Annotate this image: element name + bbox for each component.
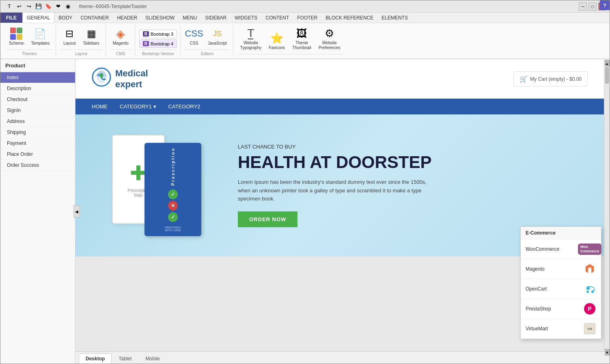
sidebar-item-shipping[interactable]: Shipping — [0, 127, 75, 138]
templates-label: Templates — [31, 41, 50, 46]
menu-slideshow[interactable]: SLIDESHOW — [141, 13, 179, 23]
ec-woocommerce-label: WooCommerce — [526, 246, 559, 252]
text-tool[interactable]: T — [5, 2, 13, 11]
tab-desktop[interactable]: Desktop — [79, 353, 112, 364]
hero-title: HEALTH AT DOORSTEP — [238, 153, 588, 172]
ec-header: E-Commerce — [521, 227, 601, 239]
sidebar-collapse-button[interactable]: ◀ — [73, 205, 80, 218]
bootstrap4-button[interactable]: B Bootstrap 4 — [139, 39, 177, 48]
cart-icon: 🛒 — [519, 75, 528, 83]
title-bar: T ↩ ↪ 💾 🔖 ❤ ◉ theme--60045-TemplateToast… — [0, 0, 610, 13]
magento-dropdown-icon — [583, 263, 596, 276]
bookmark-tool[interactable]: 🔖 — [44, 2, 52, 11]
scheme-button[interactable]: Scheme — [6, 25, 27, 48]
bootstrap3-button[interactable]: B Bootstrap 3 — [139, 30, 177, 38]
menu-header[interactable]: HEADER — [113, 13, 141, 23]
magento-button[interactable]: ◈ Magento — [110, 25, 131, 48]
magento-icon: ◈ — [114, 27, 127, 40]
menu-widgets[interactable]: WIDGETS — [231, 13, 261, 23]
menu-block-reference[interactable]: BLOCK REFERENCE — [321, 13, 377, 23]
heart-tool[interactable]: ❤ — [54, 2, 62, 11]
sidebars-button[interactable]: ▦ Sidebars — [80, 25, 102, 48]
ec-item-opencart[interactable]: OpenCart — [521, 279, 601, 299]
sidebar-item-checkout[interactable]: Checkout — [0, 94, 75, 105]
menu-container[interactable]: CONTAINER — [76, 13, 113, 23]
preview-scrollbar[interactable]: ▲ ▼ — [604, 59, 610, 351]
themes-items: Scheme 📄 Templates — [6, 25, 52, 50]
bootstrap-group-label: Bootstrap Version — [139, 50, 177, 57]
bootstrap-items: B Bootstrap 3 B Bootstrap 4 — [139, 25, 177, 50]
site-logo: Medicalexpert — [92, 67, 148, 90]
site-nav: HOME CATEGORY1 ▾ CATEGORY2 — [75, 99, 604, 114]
templates-button[interactable]: 📄 Templates — [28, 25, 53, 48]
minimize-button[interactable]: ─ — [579, 2, 587, 11]
typography-icon: T̲ — [244, 27, 257, 40]
nav-category1[interactable]: CATEGORY1 ▾ — [120, 103, 156, 110]
sidebars-label: Sidebars — [83, 41, 99, 46]
sidebar-item-place-order[interactable]: Place Order — [0, 149, 75, 160]
sidebar-item-signin[interactable]: SignIn — [0, 105, 75, 116]
menu-general[interactable]: GENERAL — [22, 13, 54, 23]
menu-sidebar[interactable]: SIDEBAR — [201, 13, 231, 23]
help-button[interactable]: ? — [600, 0, 610, 10]
woocommerce-icon: WooCommerce — [583, 243, 596, 256]
ec-magento-label: Magento — [526, 266, 545, 272]
menu-file[interactable]: FILE — [0, 13, 22, 23]
cart-button[interactable]: 🛒 My Cart (empty) - $0.00 — [513, 71, 588, 86]
sidebar-item-address[interactable]: Address — [0, 116, 75, 127]
nav-home[interactable]: HOME — [92, 103, 108, 110]
sidebar-item-description[interactable]: Description — [0, 83, 75, 94]
editors-group-label: Editors — [185, 50, 230, 57]
favicons-button[interactable]: ⭐ Favicons — [266, 30, 288, 52]
theme-thumbnail-button[interactable]: 🖼 Theme Thumbnail — [289, 25, 314, 52]
javascript-label: JavaScript — [208, 41, 227, 46]
favicons-label: Favicons — [269, 45, 285, 50]
sidebar-item-payment[interactable]: Payment — [0, 138, 75, 149]
title-bar-left: T ↩ ↪ 💾 🔖 ❤ ◉ theme--60045-TemplateToast… — [4, 2, 147, 11]
hero-cta-button[interactable]: ORDER NOW — [238, 211, 297, 227]
menu-footer[interactable]: FOOTER — [293, 13, 321, 23]
ribbon-group-cms: ◈ Magento CMS — [107, 25, 135, 57]
window-title: theme--60045-TemplateToaster — [79, 4, 147, 9]
scroll-thumb[interactable] — [605, 67, 609, 84]
layout-button[interactable]: ⊟ Layout — [60, 25, 79, 48]
ribbon-group-misc: T̲ Website Typography ⭐ Favicons 🖼 Theme… — [234, 25, 347, 57]
website-typography-button[interactable]: T̲ Website Typography — [237, 25, 264, 52]
layout-items: ⊟ Layout ▦ Sidebars — [60, 25, 102, 50]
sidebar-item-index[interactable]: index — [0, 72, 75, 83]
restore-button[interactable]: □ — [588, 2, 597, 11]
bootstrap3-label: Bootstrap 3 — [151, 32, 173, 37]
undo-tool[interactable]: ↩ — [15, 2, 23, 11]
tab-mobile[interactable]: Mobile — [138, 353, 166, 364]
layout-label: Layout — [63, 41, 75, 46]
menu-bar: FILE GENERAL BODY CONTAINER HEADER SLIDE… — [0, 13, 610, 23]
redo-tool[interactable]: ↪ — [25, 2, 33, 11]
bootstrap3-tag: B — [143, 31, 149, 37]
bottom-tabs: Desktop Tablet Mobile — [75, 351, 610, 364]
cms-group-label: CMS — [110, 50, 131, 57]
ecommerce-dropdown: E-Commerce WooCommerce WooCommerce Magen… — [520, 226, 601, 339]
nav-category2[interactable]: CATEGORY2 — [168, 103, 200, 110]
css-button[interactable]: CSS CSS — [185, 25, 203, 48]
ribbon-group-editors: CSS CSS JS JavaScript Editors — [181, 25, 233, 57]
menu-elements[interactable]: ELEMENTS — [377, 13, 412, 23]
bootstrap-group: B Bootstrap 3 B Bootstrap 4 — [139, 30, 177, 48]
tab-tablet[interactable]: Tablet — [112, 353, 138, 364]
favicons-icon: ⭐ — [270, 32, 283, 45]
bootstrap4-label: Bootstrap 4 — [151, 41, 173, 46]
hero-text: LAST CHANCE TO BUY HEALTH AT DOORSTEP Lo… — [222, 144, 588, 228]
menu-content[interactable]: CONTENT — [261, 13, 293, 23]
preferences-icon: ⚙ — [323, 27, 336, 40]
magento-tool[interactable]: ◉ — [64, 2, 72, 11]
ec-item-virtuemart[interactable]: VirtueMart VM — [521, 319, 601, 339]
ec-item-prestashop[interactable]: PrestaShop P — [521, 299, 601, 319]
menu-body[interactable]: BODY — [54, 13, 76, 23]
ec-item-magento[interactable]: Magento — [521, 259, 601, 279]
ec-item-woocommerce[interactable]: WooCommerce WooCommerce — [521, 239, 601, 259]
sidebar-item-order-success[interactable]: Order Success — [0, 160, 75, 171]
javascript-button[interactable]: JS JavaScript — [205, 25, 230, 48]
menu-menu[interactable]: MENU — [179, 13, 201, 23]
website-preferences-button[interactable]: ⚙ Website Preferences — [316, 25, 343, 52]
sidebars-icon: ▦ — [85, 27, 98, 40]
save-tool[interactable]: 💾 — [34, 2, 43, 11]
